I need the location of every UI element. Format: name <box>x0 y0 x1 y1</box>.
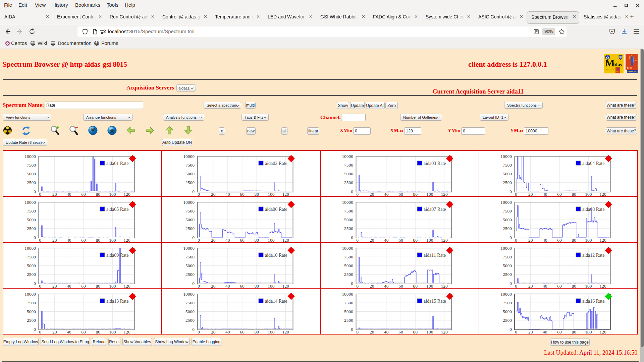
svg-text:0: 0 <box>356 192 359 196</box>
svg-text:0: 0 <box>509 281 512 286</box>
svg-text:80: 80 <box>572 238 576 242</box>
svg-text:20: 20 <box>370 329 374 334</box>
svg-text:20: 20 <box>211 284 216 288</box>
svg-text:10000: 10000 <box>500 154 512 159</box>
svg-text:80: 80 <box>572 192 576 196</box>
svg-text:60: 60 <box>240 238 245 242</box>
svg-text:10000: 10000 <box>500 246 512 251</box>
svg-text:0: 0 <box>39 284 41 288</box>
svg-text:0: 0 <box>39 329 41 334</box>
svg-text:7500: 7500 <box>185 208 195 214</box>
svg-text:7500: 7500 <box>503 300 512 305</box>
svg-text:20: 20 <box>211 329 216 334</box>
svg-text:7500: 7500 <box>344 254 353 259</box>
svg-text:20: 20 <box>528 329 533 334</box>
svg-text:2500: 2500 <box>27 272 36 277</box>
svg-text:20: 20 <box>52 238 57 242</box>
svg-text:0: 0 <box>198 284 200 288</box>
svg-text:POWERED: POWERED <box>628 70 638 73</box>
svg-text:10000: 10000 <box>24 292 36 297</box>
svg-text:10000: 10000 <box>342 292 353 297</box>
svg-text:80: 80 <box>413 284 418 288</box>
svg-text:T C L: T C L <box>616 71 619 73</box>
svg-text:0: 0 <box>34 327 36 332</box>
svg-text:100: 100 <box>268 284 275 288</box>
svg-text:idas: idas <box>613 62 622 67</box>
svg-text:powered by: powered by <box>606 68 614 70</box>
svg-text:100: 100 <box>585 284 592 288</box>
svg-text:100: 100 <box>109 329 116 334</box>
svg-text:7500: 7500 <box>503 163 512 168</box>
svg-text:120: 120 <box>441 192 448 196</box>
svg-text:80: 80 <box>413 238 418 242</box>
svg-text:10000: 10000 <box>24 200 36 205</box>
svg-text:2500: 2500 <box>503 272 512 277</box>
svg-text:120: 120 <box>441 329 448 334</box>
svg-text:aida04 Rate: aida04 Rate <box>582 161 604 166</box>
svg-text:60: 60 <box>81 284 86 288</box>
svg-text:7500: 7500 <box>27 254 36 259</box>
svg-text:80: 80 <box>254 192 259 196</box>
svg-text:120: 120 <box>282 238 289 242</box>
svg-text:100: 100 <box>109 284 116 288</box>
svg-text:2500: 2500 <box>27 180 36 185</box>
svg-text:100: 100 <box>426 284 433 288</box>
svg-text:80: 80 <box>572 329 576 334</box>
svg-text:0: 0 <box>34 281 36 286</box>
svg-text:40: 40 <box>67 284 71 288</box>
svg-text:20: 20 <box>528 238 533 242</box>
svg-text:5000: 5000 <box>503 309 512 314</box>
svg-text:2500: 2500 <box>185 318 195 323</box>
svg-text:120: 120 <box>599 284 606 288</box>
svg-text:aida06 Rate: aida06 Rate <box>265 207 287 212</box>
svg-text:60: 60 <box>81 192 86 196</box>
svg-text:60: 60 <box>557 238 562 242</box>
svg-text:120: 120 <box>599 192 606 196</box>
svg-text:10000: 10000 <box>500 292 512 297</box>
svg-text:7500: 7500 <box>344 300 353 305</box>
svg-text:20: 20 <box>370 284 374 288</box>
svg-text:40: 40 <box>384 192 389 196</box>
svg-text:0: 0 <box>509 189 512 194</box>
svg-text:60: 60 <box>240 284 245 288</box>
svg-text:aida12 Rate: aida12 Rate <box>582 253 604 258</box>
svg-text:20: 20 <box>211 238 216 242</box>
svg-text:0: 0 <box>356 284 359 288</box>
svg-text:5000: 5000 <box>185 263 195 268</box>
svg-text:2500: 2500 <box>27 318 36 323</box>
svg-text:5000: 5000 <box>27 263 36 268</box>
svg-text:40: 40 <box>384 329 389 334</box>
svg-text:10000: 10000 <box>183 246 195 251</box>
svg-text:10000: 10000 <box>24 154 36 159</box>
svg-text:aida07 Rate: aida07 Rate <box>424 207 446 212</box>
svg-text:0: 0 <box>351 189 353 194</box>
svg-text:aida11 Rate: aida11 Rate <box>424 253 446 258</box>
svg-text:2500: 2500 <box>344 180 353 185</box>
svg-text:aida02 Rate: aida02 Rate <box>265 161 287 166</box>
svg-text:100: 100 <box>585 329 592 334</box>
svg-text:aida14 Rate: aida14 Rate <box>265 299 287 304</box>
svg-text:40: 40 <box>67 238 71 242</box>
svg-text:10000: 10000 <box>500 200 512 205</box>
svg-text:aida16 Rate: aida16 Rate <box>582 299 604 304</box>
svg-text:60: 60 <box>240 192 245 196</box>
svg-text:7500: 7500 <box>503 208 512 214</box>
svg-text:5000: 5000 <box>503 217 512 222</box>
svg-text:2500: 2500 <box>503 226 512 231</box>
svg-text:40: 40 <box>543 284 547 288</box>
svg-text:7500: 7500 <box>27 163 36 168</box>
svg-text:0: 0 <box>509 327 512 332</box>
svg-text:40: 40 <box>543 329 547 334</box>
svg-text:40: 40 <box>225 192 230 196</box>
svg-text:7500: 7500 <box>27 208 36 214</box>
svg-text:60: 60 <box>557 192 562 196</box>
svg-text:aida01 Rate: aida01 Rate <box>106 161 128 166</box>
svg-text:100: 100 <box>109 192 116 196</box>
svg-text:7500: 7500 <box>27 300 36 305</box>
svg-text:20: 20 <box>370 238 374 242</box>
svg-text:100: 100 <box>426 192 433 196</box>
svg-text:0: 0 <box>198 192 200 196</box>
svg-text:2500: 2500 <box>503 180 512 185</box>
svg-text:120: 120 <box>123 284 130 288</box>
svg-text:aida05 Rate: aida05 Rate <box>106 207 128 212</box>
